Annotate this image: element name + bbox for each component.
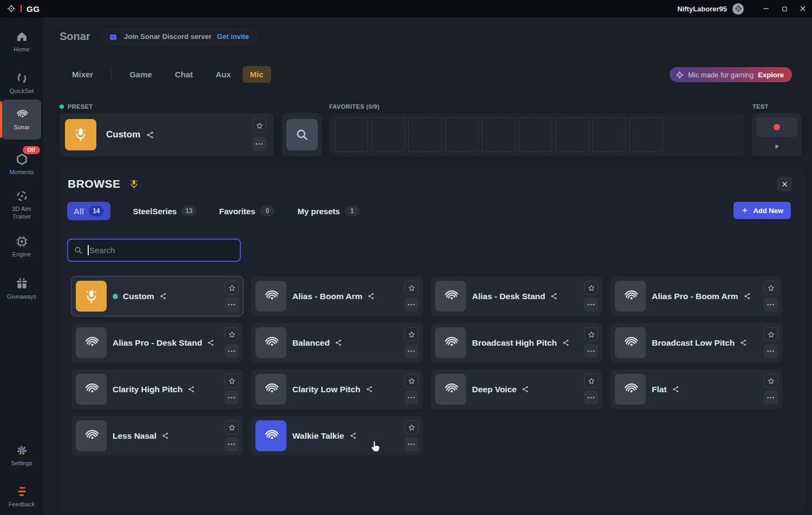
preset-search-button[interactable] <box>282 113 322 156</box>
share-icon[interactable] <box>550 292 558 300</box>
favorite-slot[interactable] <box>371 117 405 152</box>
sidebar-item-settings[interactable]: Settings <box>0 444 43 467</box>
favorite-star-button[interactable] <box>764 374 778 388</box>
more-options-button[interactable]: ⋯ <box>225 437 239 451</box>
browse-tab-all[interactable]: All 14 <box>67 202 110 220</box>
more-options-button[interactable]: ⋯ <box>584 391 598 405</box>
tab-chat[interactable]: Chat <box>163 66 204 83</box>
preset-card-flat[interactable]: Flat ⋯ <box>611 369 782 409</box>
more-options-button[interactable]: ⋯ <box>225 344 239 358</box>
maximize-button[interactable] <box>775 0 794 17</box>
share-icon[interactable] <box>743 292 751 300</box>
favorite-star-button[interactable] <box>764 327 778 341</box>
preset-card-walkie-talkie[interactable]: Walkie Talkie ⋯ <box>251 416 423 455</box>
preset-card-deep-voice[interactable]: Deep Voice ⋯ <box>431 369 603 409</box>
sidebar-item-engine[interactable]: Engine <box>0 235 43 259</box>
minimize-button[interactable] <box>757 0 775 17</box>
share-icon[interactable] <box>562 339 570 347</box>
favorite-star-button[interactable] <box>404 420 418 434</box>
tab-game[interactable]: Game <box>118 66 163 83</box>
share-icon[interactable] <box>521 385 529 393</box>
sidebar-item-home[interactable]: Home <box>0 30 43 54</box>
share-icon[interactable] <box>146 130 155 140</box>
preset-card-broadcast-low-pitch[interactable]: Broadcast Low Pitch ⋯ <box>611 323 782 362</box>
share-icon[interactable] <box>207 339 215 347</box>
more-options-button[interactable]: ⋯ <box>404 298 418 312</box>
more-options-button[interactable]: ⋯ <box>404 437 418 451</box>
favorite-slot[interactable] <box>519 117 552 152</box>
favorite-star-button[interactable] <box>404 281 418 295</box>
play-button[interactable] <box>752 139 802 154</box>
more-options-button[interactable]: ⋯ <box>764 298 778 312</box>
share-icon[interactable] <box>367 292 375 300</box>
favorite-star-button[interactable] <box>404 327 418 341</box>
add-new-button[interactable]: Add New <box>734 202 791 219</box>
preset-card-alias-desk-stand[interactable]: Alias - Desk Stand ⋯ <box>431 276 603 316</box>
search-input[interactable] <box>67 239 241 262</box>
record-button[interactable] <box>756 117 797 137</box>
favorite-slot[interactable] <box>592 117 626 152</box>
preset-card-less-nasal[interactable]: Less Nasal ⋯ <box>71 416 243 455</box>
preset-card-alias-boom-arm[interactable]: Alias - Boom Arm ⋯ <box>251 276 423 316</box>
favorite-star-button[interactable] <box>225 327 239 341</box>
favorite-star-button[interactable] <box>584 374 598 388</box>
more-options-button[interactable]: ⋯ <box>764 391 778 405</box>
tab-aux[interactable]: Aux <box>204 66 242 83</box>
browse-tab-my-presets[interactable]: My presets 1 <box>297 202 359 220</box>
tab-mic[interactable]: Mic <box>243 66 271 83</box>
sidebar-item-3d-aim-trainer[interactable]: 3D Aim Trainer <box>0 189 43 221</box>
preset-card-clarity-low-pitch[interactable]: Clarity Low Pitch ⋯ <box>251 369 423 409</box>
preset-card-alias-pro-boom-arm[interactable]: Alias Pro - Boom Arm ⋯ <box>611 276 782 316</box>
share-icon[interactable] <box>672 385 680 393</box>
favorite-star-button[interactable] <box>584 281 598 295</box>
favorite-star-button[interactable] <box>225 374 239 388</box>
share-icon[interactable] <box>349 432 357 440</box>
browse-close-button[interactable] <box>777 176 792 192</box>
preset-card-broadcast-high-pitch[interactable]: Broadcast High Pitch ⋯ <box>431 323 603 362</box>
favorite-slot[interactable] <box>629 117 663 152</box>
preset-card-clarity-high-pitch[interactable]: Clarity High Pitch ⋯ <box>71 369 243 409</box>
favorite-slot[interactable] <box>408 117 442 152</box>
share-icon[interactable] <box>365 385 374 393</box>
sidebar-item-feedback[interactable]: Feedback <box>0 485 43 509</box>
browse-tab-steelseries[interactable]: SteelSeries 13 <box>133 202 197 220</box>
favorite-star-button[interactable] <box>225 281 239 295</box>
favorite-star-button[interactable] <box>584 327 598 341</box>
share-icon[interactable] <box>739 339 748 347</box>
more-options-button[interactable]: ⋯ <box>764 344 778 358</box>
favorite-star-button[interactable] <box>225 420 239 434</box>
favorite-slot[interactable] <box>555 117 589 152</box>
share-icon[interactable] <box>159 292 167 300</box>
favorite-slot[interactable] <box>445 117 479 152</box>
tab-mixer[interactable]: Mixer <box>61 66 104 83</box>
more-options-button[interactable]: ⋯ <box>225 298 239 312</box>
more-options-button[interactable]: ⋯ <box>584 344 598 358</box>
sidebar-item-sonar[interactable]: Sonar <box>2 100 41 140</box>
more-options-button[interactable]: ⋯ <box>404 344 418 358</box>
close-button[interactable] <box>794 0 812 17</box>
share-icon[interactable] <box>335 339 343 347</box>
more-options-button[interactable]: ⋯ <box>252 137 266 151</box>
discord-invite-pill[interactable]: Join Sonar Discord server Get invite <box>101 28 258 45</box>
more-options-button[interactable]: ⋯ <box>225 391 239 405</box>
share-icon[interactable] <box>187 385 195 393</box>
mic-promo-pill[interactable]: Mic made for gaming Explore <box>670 67 792 82</box>
favorite-slot[interactable] <box>482 117 515 152</box>
favorite-star-button[interactable] <box>252 118 266 133</box>
avatar[interactable] <box>732 3 744 15</box>
promo-explore-link[interactable]: Explore <box>758 71 784 79</box>
preset-card-balanced[interactable]: Balanced ⋯ <box>251 323 423 362</box>
favorite-star-button[interactable] <box>404 374 418 388</box>
current-preset-card[interactable]: Custom ⋯ <box>60 113 274 156</box>
sidebar-item-quickset[interactable]: QuickSet <box>0 71 43 95</box>
preset-card-alias-pro-desk-stand[interactable]: Alias Pro - Desk Stand ⋯ <box>71 323 243 362</box>
get-invite-link[interactable]: Get invite <box>217 32 249 41</box>
preset-card-custom[interactable]: Custom ⋯ <box>71 276 243 316</box>
favorite-slot[interactable] <box>335 117 368 152</box>
sidebar-item-moments[interactable]: Off Moments <box>0 153 43 176</box>
share-icon[interactable] <box>161 432 169 440</box>
favorite-star-button[interactable] <box>764 281 778 295</box>
more-options-button[interactable]: ⋯ <box>404 391 418 405</box>
more-options-button[interactable]: ⋯ <box>584 298 598 312</box>
sidebar-item-giveaways[interactable]: Giveaways <box>0 277 43 301</box>
